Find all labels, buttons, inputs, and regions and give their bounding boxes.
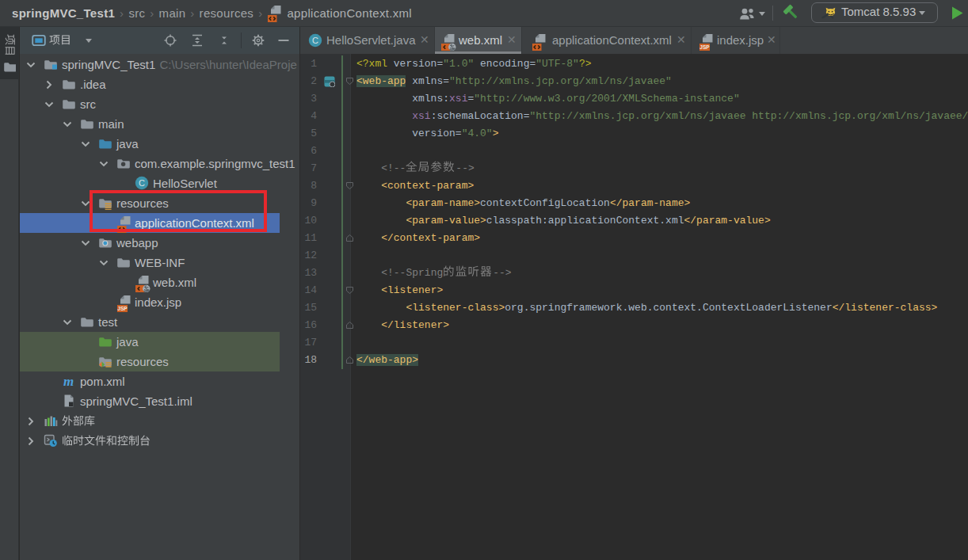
svg-text:C: C xyxy=(312,36,318,45)
svg-text:JSP: JSP xyxy=(699,44,710,50)
svg-text:C: C xyxy=(139,178,145,188)
svg-text:JSP: JSP xyxy=(117,306,128,311)
svg-text:m: m xyxy=(63,374,74,388)
